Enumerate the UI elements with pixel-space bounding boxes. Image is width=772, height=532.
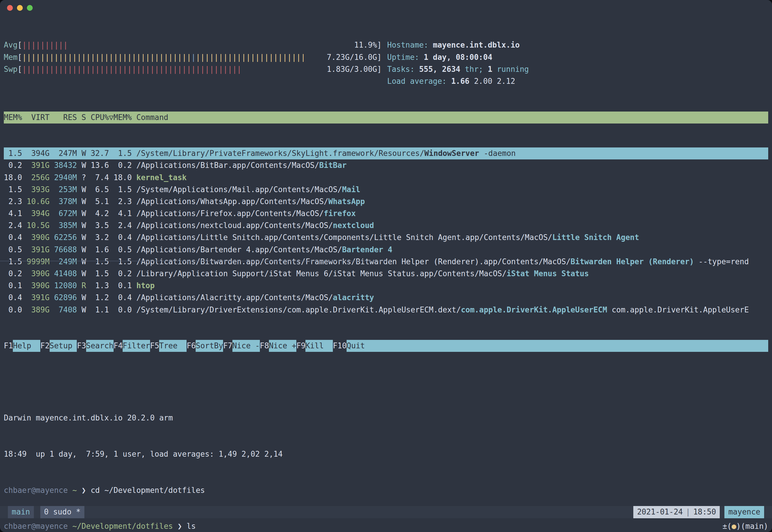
prompt-command: cd ~/Development/dotfiles [91, 484, 205, 496]
zoom-button[interactable] [27, 5, 33, 11]
htop-info-line: Load average: 1.66 2.00 2.12 [387, 75, 515, 87]
fkey-f5-number: F5 [150, 340, 159, 352]
fbar-filler [374, 340, 768, 352]
process-table-header[interactable]: MEM% VIRT RES S CPU%▽MEM% Command [4, 112, 768, 124]
process-name: Bartender 4 [342, 245, 392, 254]
process-table: 1.5 394G 247M W 32.7 1.5 /System/Library… [4, 147, 768, 316]
process-row[interactable]: 0.1 390G 12080 R 1.3 0.1 htop [4, 280, 768, 292]
terminal-content: Avg[||||||||||11.9%]Hostname: mayence.in… [4, 15, 768, 532]
htop-info-line: Hostname: mayence.int.dblx.io [387, 39, 520, 51]
prompt-user-host: chbaer@mayence [4, 484, 68, 496]
process-name: alacritty [333, 293, 374, 302]
fkey-f3-number: F3 [77, 340, 86, 352]
fkey-f8-button[interactable]: Nice + [269, 340, 296, 352]
htop-header-line: Swp[||||||||||||||||||||||||||||||||||||… [4, 63, 768, 75]
git-status: ±(●)(main) [722, 520, 768, 532]
pane-divider [0, 261, 389, 261]
tmux-datetime-badge: 2021-01-24|18:50 [633, 506, 720, 518]
htop-info-line: Uptime: 1 day, 08:00:04 [387, 51, 492, 63]
uname-line: Darwin mayence.int.dblx.io 20.2.0 arm [4, 412, 768, 424]
process-name: firefox [324, 209, 356, 218]
tmux-status-bar: main 0 sudo * 2021-01-24|18:50 mayence [0, 506, 772, 518]
fkey-f7-number: F7 [223, 340, 232, 352]
process-name: kernel_task [136, 173, 187, 182]
mem-meter: Mem[||||||||||||||||||||||||||||||||||||… [4, 51, 382, 63]
process-row[interactable]: 0.0 389G 7408 W 1.1 0.0 /System/Library/… [4, 304, 768, 316]
tmux-session-badge[interactable]: main [8, 506, 34, 518]
process-name: Mail [342, 185, 360, 194]
fkey-f4-number: F4 [114, 340, 123, 352]
htop-header-line: Avg[||||||||||11.9%]Hostname: mayence.in… [4, 39, 768, 51]
avg-meter-bars: |||||||||| [22, 39, 354, 51]
process-row[interactable]: 1.5 393G 253M W 6.5 1.5 /System/Applicat… [4, 184, 768, 196]
prompt-command: ls [187, 520, 196, 532]
fkey-f9-number: F9 [296, 340, 305, 352]
prompt-arrow-icon: ❯ [77, 484, 91, 496]
blank-line [4, 376, 768, 388]
fkey-f10-number: F10 [333, 340, 347, 352]
fkey-f7-button[interactable]: Nice - [232, 340, 260, 352]
tmux-date: 2021-01-24 [637, 506, 683, 518]
swp-meter: Swp[||||||||||||||||||||||||||||||||||||… [4, 63, 382, 75]
htop-header-line: Mem[||||||||||||||||||||||||||||||||||||… [4, 51, 768, 63]
process-row[interactable]: 0.2 391G 38432 W 13.6 0.2 /Applications/… [4, 159, 768, 171]
fkey-f1-button[interactable]: Help [13, 340, 40, 352]
process-row[interactable]: 0.4 391G 62896 W 1.2 0.4 /Applications/A… [4, 292, 768, 304]
htop-header-line: Load average: 1.66 2.00 2.12 [4, 75, 768, 87]
prompt-line: chbaer@mayence ~/Development/dotfiles ❯ … [4, 520, 768, 532]
fkey-f4-button[interactable]: Filter [123, 340, 150, 352]
process-name: WhatsApp [328, 197, 365, 206]
prompt-user-host: chbaer@mayence [4, 520, 68, 532]
process-row[interactable]: 2.3 10.6G 378M W 5.1 2.3 /Applications/W… [4, 196, 768, 208]
process-name: com.apple.DriverKit.AppleUserECM [461, 305, 607, 314]
htop-info-line: Tasks: 555, 2634 thr; 1 running [387, 63, 529, 75]
fkey-f6-number: F6 [187, 340, 196, 352]
prompt-line: chbaer@mayence ~ ❯ cd ~/Development/dotf… [4, 484, 768, 496]
process-row[interactable]: 2.4 10.5G 385M W 3.5 2.4 /Applications/n… [4, 220, 768, 232]
process-name: iStat Menus Status [507, 269, 589, 278]
terminal-window: Avg[||||||||||11.9%]Hostname: mayence.in… [0, 0, 772, 532]
fkey-f2-button[interactable]: Setup [50, 340, 77, 352]
mem-meter-bars: ||||||||||||||||||||||||||||||||||||||||… [22, 51, 327, 63]
process-row[interactable]: 18.0 256G 2940M ? 7.4 18.0 kernel_task [4, 172, 768, 184]
process-name: BitBar [319, 161, 347, 170]
process-row[interactable]: 0.2 390G 41408 W 1.5 0.2 /Library/Applic… [4, 268, 768, 280]
fkey-f10-button[interactable]: Quit [347, 340, 374, 352]
avg-meter: Avg[||||||||||11.9%] [4, 39, 382, 51]
close-button[interactable] [7, 5, 13, 11]
htop-header-meters: Avg[||||||||||11.9%]Hostname: mayence.in… [4, 39, 768, 87]
fkey-f6-button[interactable]: SortBy [196, 340, 223, 352]
process-row[interactable]: 0.5 391G 76688 W 1.6 0.5 /Applications/B… [4, 244, 768, 256]
fkey-f9-button[interactable]: Kill [305, 340, 333, 352]
prompt-arrow-icon: ❯ [173, 520, 187, 532]
fkey-f5-button[interactable]: Tree [159, 340, 187, 352]
uptime-line: 18:49 up 1 day, 7:59, 1 user, load avera… [4, 448, 768, 460]
tmux-status-right: 2021-01-24|18:50 mayence [633, 506, 764, 518]
fkey-f8-number: F8 [260, 340, 269, 352]
process-row[interactable]: 1.5 9999M 249M W 1.5 1.5 /Applications/B… [4, 256, 768, 268]
swp-meter-bars: ||||||||||||||||||||||||||||||||||||||||… [22, 63, 327, 75]
process-row[interactable]: 0.4 390G 62256 W 3.2 0.4 /Applications/L… [4, 232, 768, 244]
fkey-f3-button[interactable]: Search [86, 340, 114, 352]
prompt-cwd: ~/Development/dotfiles [72, 520, 173, 532]
minimize-button[interactable] [17, 5, 23, 11]
fkey-f1-number: F1 [4, 340, 13, 352]
process-name: Bitwarden Helper (Renderer) [571, 257, 694, 266]
process-row[interactable]: 4.1 394G 672M W 4.2 4.1 /Applications/Fi… [4, 208, 768, 220]
process-name: WindowServer [424, 149, 479, 158]
window-controls [7, 5, 33, 11]
tmux-host-badge: mayence [724, 506, 764, 518]
process-name: Little Snitch Agent [552, 233, 639, 242]
fkey-f2-number: F2 [40, 340, 49, 352]
process-name: htop [136, 281, 155, 290]
tmux-time: 18:50 [693, 506, 716, 518]
process-row[interactable]: 1.5 394G 247M W 32.7 1.5 /System/Library… [4, 147, 768, 159]
prompt-cwd: ~ [72, 484, 77, 496]
process-name: nextcloud [333, 221, 374, 230]
tmux-date-time-separator: | [683, 506, 693, 518]
tmux-window-badge[interactable]: 0 sudo * [40, 506, 84, 518]
htop-function-bar: F1Help F2Setup F3SearchF4FilterF5Tree F6… [4, 340, 768, 352]
